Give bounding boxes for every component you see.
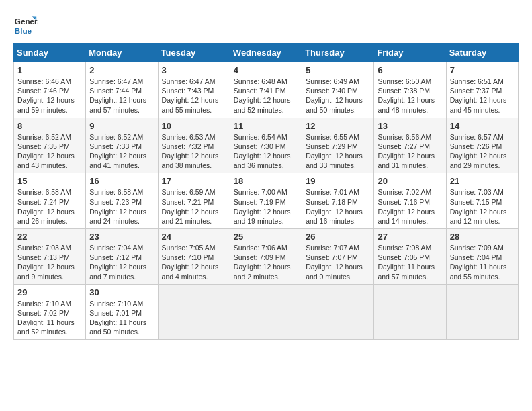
calendar-cell: 4Sunrise: 6:48 AMSunset: 7:41 PMDaylight… [230,62,302,118]
day-number: 20 [378,176,442,186]
day-number: 21 [450,176,515,186]
calendar-cell: 7Sunrise: 6:51 AMSunset: 7:37 PMDaylight… [446,62,518,118]
day-number: 14 [450,121,515,131]
day-detail: and 48 minutes. [378,105,442,115]
calendar-header-row: SundayMondayTuesdayWednesdayThursdayFrid… [14,44,519,62]
day-detail: Sunset: 7:30 PM [234,142,298,151]
day-detail: Sunset: 7:33 PM [89,142,154,151]
col-header-saturday: Saturday [446,44,518,62]
day-detail: Sunrise: 7:10 AM [17,299,82,308]
day-detail: and 9 minutes. [17,272,82,281]
day-detail: Sunset: 7:27 PM [378,142,442,151]
day-detail: Daylight: 12 hours [306,262,370,271]
col-header-tuesday: Tuesday [158,44,230,62]
day-number: 2 [89,65,154,75]
calendar-cell: 23Sunrise: 7:04 AMSunset: 7:12 PMDayligh… [86,229,158,285]
day-detail: Sunset: 7:23 PM [89,197,154,207]
day-detail: Daylight: 12 hours [17,151,82,161]
calendar-cell: 12Sunrise: 6:55 AMSunset: 7:29 PMDayligh… [302,118,374,173]
day-detail: and 19 minutes. [234,216,298,226]
calendar-cell: 30Sunrise: 7:10 AMSunset: 7:01 PMDayligh… [86,284,158,340]
day-detail: Sunset: 7:37 PM [450,86,515,95]
day-detail: Sunset: 7:16 PM [378,197,442,207]
day-detail: Sunset: 7:32 PM [162,142,226,151]
calendar-cell: 16Sunrise: 6:58 AMSunset: 7:23 PMDayligh… [86,173,158,229]
calendar-row: 22Sunrise: 7:03 AMSunset: 7:13 PMDayligh… [14,229,519,285]
day-detail: Sunset: 7:13 PM [17,253,82,262]
day-detail: Daylight: 12 hours [450,207,515,216]
day-detail: and 45 minutes. [450,105,515,115]
day-detail: Sunset: 7:43 PM [162,86,226,95]
day-detail: Daylight: 12 hours [162,151,226,161]
calendar-table: SundayMondayTuesdayWednesdayThursdayFrid… [13,43,519,340]
day-detail: and 12 minutes. [450,216,515,226]
day-number: 18 [234,176,298,186]
day-detail: Sunrise: 6:47 AM [162,77,226,86]
day-detail: Sunrise: 6:54 AM [234,132,298,142]
day-detail: Sunrise: 6:58 AM [89,187,154,197]
day-detail: Sunset: 7:01 PM [89,308,154,318]
logo: General Blue [13,13,38,38]
day-number: 24 [162,232,226,242]
day-detail: Daylight: 12 hours [378,95,442,105]
col-header-monday: Monday [86,44,158,62]
day-number: 4 [234,65,298,75]
calendar-cell [302,284,374,340]
calendar-cell [158,284,230,340]
day-detail: and 38 minutes. [162,161,226,170]
day-detail: Sunset: 7:04 PM [450,253,515,262]
day-number: 7 [450,65,515,75]
calendar-cell: 27Sunrise: 7:08 AMSunset: 7:05 PMDayligh… [374,229,446,285]
day-number: 15 [17,176,82,186]
day-detail: Sunrise: 6:47 AM [89,77,154,86]
day-detail: Daylight: 11 hours [450,262,515,271]
calendar-cell: 9Sunrise: 6:52 AMSunset: 7:33 PMDaylight… [86,118,158,173]
day-detail: Sunrise: 7:03 AM [450,187,515,197]
day-detail: Sunset: 7:02 PM [17,308,82,318]
day-detail: Daylight: 12 hours [306,151,370,161]
calendar-cell: 25Sunrise: 7:06 AMSunset: 7:09 PMDayligh… [230,229,302,285]
day-detail: Sunset: 7:26 PM [450,142,515,151]
calendar-cell: 20Sunrise: 7:02 AMSunset: 7:16 PMDayligh… [374,173,446,229]
day-detail: Daylight: 12 hours [378,151,442,161]
day-detail: Sunrise: 6:50 AM [378,77,442,86]
day-detail: Sunrise: 7:10 AM [89,299,154,308]
day-detail: Sunrise: 6:58 AM [17,187,82,197]
day-detail: Daylight: 12 hours [234,95,298,105]
calendar-cell: 1Sunrise: 6:46 AMSunset: 7:46 PMDaylight… [14,62,86,118]
calendar-cell: 2Sunrise: 6:47 AMSunset: 7:44 PMDaylight… [86,62,158,118]
day-detail: Daylight: 12 hours [89,262,154,271]
day-number: 3 [162,65,226,75]
day-detail: Daylight: 12 hours [17,207,82,216]
calendar-cell: 17Sunrise: 6:59 AMSunset: 7:21 PMDayligh… [158,173,230,229]
day-detail: Sunrise: 7:01 AM [306,187,370,197]
day-detail: Daylight: 12 hours [162,207,226,216]
day-number: 22 [17,232,82,242]
day-detail: and 57 minutes. [378,272,442,281]
day-detail: Daylight: 12 hours [162,262,226,271]
day-detail: and 55 minutes. [162,105,226,115]
day-detail: Daylight: 11 hours [89,318,154,327]
day-number: 19 [306,176,370,186]
day-detail: and 57 minutes. [89,105,154,115]
day-number: 1 [17,65,82,75]
day-detail: Sunset: 7:29 PM [306,142,370,151]
calendar-cell [446,284,518,340]
day-detail: Sunrise: 7:09 AM [450,243,515,253]
day-detail: and 36 minutes. [234,161,298,170]
day-detail: Sunrise: 6:48 AM [234,77,298,86]
calendar-cell: 3Sunrise: 6:47 AMSunset: 7:43 PMDaylight… [158,62,230,118]
calendar-row: 1Sunrise: 6:46 AMSunset: 7:46 PMDaylight… [14,62,519,118]
day-detail: Sunrise: 6:59 AM [162,187,226,197]
day-detail: and 7 minutes. [89,272,154,281]
calendar-cell: 26Sunrise: 7:07 AMSunset: 7:07 PMDayligh… [302,229,374,285]
calendar-row: 29Sunrise: 7:10 AMSunset: 7:02 PMDayligh… [14,284,519,340]
day-detail: and 21 minutes. [162,216,226,226]
day-detail: Sunrise: 6:55 AM [306,132,370,142]
day-detail: Daylight: 12 hours [17,262,82,271]
day-detail: Daylight: 12 hours [450,95,515,105]
day-detail: Sunset: 7:15 PM [450,197,515,207]
calendar-body: 1Sunrise: 6:46 AMSunset: 7:46 PMDaylight… [14,62,519,340]
calendar-cell: 5Sunrise: 6:49 AMSunset: 7:40 PMDaylight… [302,62,374,118]
day-detail: Sunset: 7:44 PM [89,86,154,95]
